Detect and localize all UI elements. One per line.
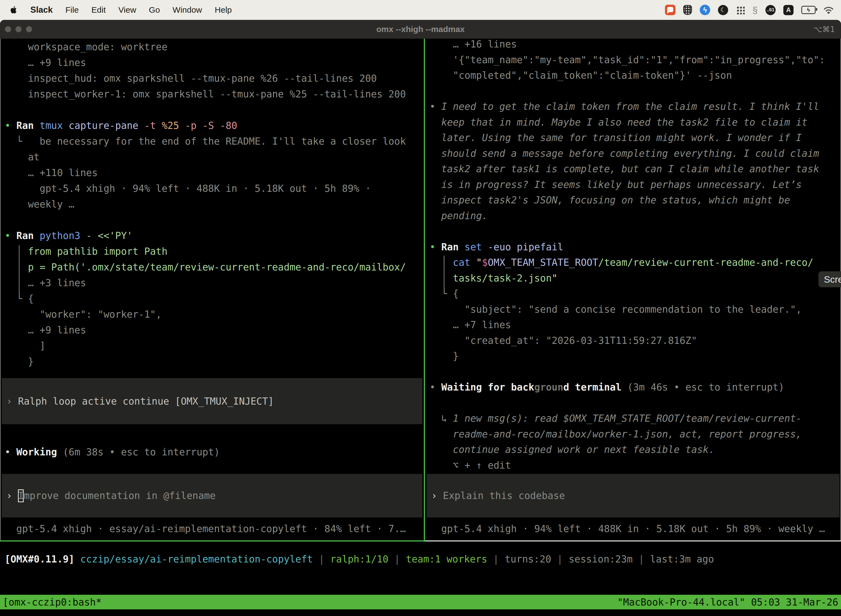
pane-border-bottom-active <box>0 540 425 541</box>
terminal-row: … +3 lines <box>5 277 424 293</box>
pane-divider[interactable] <box>424 39 425 540</box>
terminal-row: • Ran tmux capture-pane -t %25 -p -S -80 <box>5 120 424 136</box>
squiggle-icon[interactable]: § <box>752 5 757 15</box>
menu-item-file[interactable]: File <box>65 5 79 15</box>
model-status-line-right: gpt-5.4 xhigh · 94% left · 488K in · 5.1… <box>441 523 825 534</box>
traffic-lights <box>0 26 32 32</box>
active-app-name[interactable]: Slack <box>30 5 53 15</box>
prompt-chevron: › <box>6 490 18 501</box>
terminal-row: • I need to get the claim token from the… <box>429 101 841 117</box>
window-title-bar[interactable]: omx --xhigh --madmax ⌥⌘1 <box>0 20 841 39</box>
terminal-row: inspect task2's JSON, focusing on the st… <box>429 195 841 210</box>
pane-border-bottom-inactive <box>425 540 841 541</box>
terminal-row: "completed","claim_token":"claim-token"}… <box>429 70 841 85</box>
close-button[interactable] <box>5 26 11 32</box>
zoom-button[interactable] <box>26 26 32 32</box>
pane-worker-scrollback: … +16 lines '{"team_name":"my-team","tas… <box>425 39 841 475</box>
terminal-row: • Ran set -euo pipefail <box>429 242 841 257</box>
terminal-row: task2 after task1 is complete, but can I… <box>429 163 841 179</box>
terminal-row: ↳ 1 new msg(s): read $OMX_TEAM_STATE_ROO… <box>429 413 841 428</box>
tool-call-connector-line <box>444 255 444 288</box>
menu-bar-status-icons: ϟ ☾ § ..61 A ϟ <box>665 5 841 15</box>
pane-border-left <box>0 39 0 540</box>
pane-worker-1[interactable]: … +16 lines '{"team_name":"my-team","tas… <box>425 39 841 540</box>
apple-menu-icon[interactable] <box>10 6 18 14</box>
tool-call-connector-line <box>19 245 20 293</box>
tmux-status-bar: [omx-cczip0:bash* "MacBook-Pro-44.local"… <box>0 595 841 609</box>
menu-bar-left: Slack FileEditViewGoWindowHelp <box>0 5 232 15</box>
terminal-row <box>429 226 841 242</box>
terminal-row: should send a message before completing … <box>429 148 841 164</box>
chat-app-icon[interactable] <box>665 5 675 15</box>
messenger-icon[interactable]: ϟ <box>700 5 710 15</box>
terminal-row: later. Using the same for transition mig… <box>429 132 841 148</box>
terminal-row: └ be necessary for the end of the README… <box>5 136 424 151</box>
terminal-row: … +9 lines <box>5 57 424 73</box>
dots-grid-icon[interactable] <box>736 6 745 14</box>
terminal-row <box>5 104 424 120</box>
terminal-row: tasks/task-2.json" <box>429 273 841 288</box>
window-shortcut-badge: ⌥⌘1 <box>813 25 835 34</box>
prompt-chevron: › <box>431 490 443 501</box>
moon-circle-icon[interactable]: ☾ <box>718 5 728 15</box>
terminal-window: omx --xhigh --madmax ⌥⌘1 workspace_mode:… <box>0 20 841 616</box>
input-placeholder: Explain this codebase <box>443 490 565 501</box>
count-badge-icon[interactable]: ..61 <box>765 5 776 15</box>
menu-item-window[interactable]: Window <box>173 5 202 15</box>
terminal-row: } <box>429 351 841 366</box>
terminal-row: from pathlib import Path <box>5 246 424 262</box>
terminal-row: cat "$OMX_TEAM_STATE_ROOT/team/review-cu… <box>429 257 841 273</box>
menu-item-go[interactable]: Go <box>149 5 160 15</box>
terminal-row: is in progress? It seems likely but perh… <box>429 179 841 195</box>
tmux-host-clock: "MacBook-Pro-44.local" 05:03 31-Mar-26 <box>617 597 838 608</box>
terminal-row <box>429 85 841 101</box>
terminal-row: └ { <box>429 288 841 304</box>
working-status-line: • Working (6m 38s • esc to interrupt) <box>5 447 220 458</box>
terminal-row: ⌥ + ↑ edit <box>429 460 841 475</box>
menu-item-view[interactable]: View <box>119 5 136 15</box>
terminal-row: weekly … <box>5 199 424 214</box>
ralph-loop-banner: › Ralph loop active continue [OMX_TMUX_I… <box>1 378 422 424</box>
prompt-input-left[interactable]: › Improve documentation in @filename <box>1 474 422 518</box>
terminal-row: } <box>5 356 424 372</box>
terminal-row <box>429 397 841 413</box>
menu-items: FileEditViewGoWindowHelp <box>65 5 232 15</box>
prompt-input-right[interactable]: › Explain this codebase <box>426 474 840 518</box>
menu-item-help[interactable]: Help <box>215 5 232 15</box>
terminal-row: … +110 lines <box>5 167 424 183</box>
terminal-row: pending. <box>429 210 841 226</box>
tmux-session-window: [omx-cczip0:bash* <box>3 597 101 608</box>
terminal-row: • Waiting for background terminal (3m 46… <box>429 382 841 397</box>
wifi-icon[interactable] <box>823 6 834 14</box>
terminal-row: at <box>5 151 424 167</box>
terminal-row: "created_at": "2026-03-31T11:59:27.816Z" <box>429 335 841 351</box>
input-placeholder: mprove documentation in @filename <box>24 490 215 501</box>
terminal-row: … +16 lines <box>429 39 841 54</box>
terminal-row: └ { <box>5 293 424 309</box>
pane-hud-scrollback: workspace_mode: worktree … +9 lines insp… <box>0 41 424 372</box>
terminal-row: workspace_mode: worktree <box>5 41 424 57</box>
window-title: omx --xhigh --madmax <box>0 25 841 34</box>
terminal-row: inspect_hud: omx sparkshell --tmux-pane … <box>5 73 424 89</box>
screen-overlay-tooltip: Scre <box>818 271 841 287</box>
terminal-row: … +9 lines <box>5 324 424 340</box>
terminal-row <box>5 214 424 230</box>
menu-bar: Slack FileEditViewGoWindowHelp ϟ ☾ § ..6… <box>0 0 841 20</box>
terminal-row: '{"team_name":"my-team","task_id":"1","f… <box>429 54 841 70</box>
desktop: { "menu_bar": { "app_name": "Slack", "it… <box>0 0 841 616</box>
terminal-row: readme-and-reco/mailbox/worker-1.json, a… <box>429 428 841 444</box>
text-cursor: I <box>18 489 24 502</box>
pane-hud[interactable]: workspace_mode: worktree … +9 lines insp… <box>0 39 424 540</box>
shield-grid-icon[interactable] <box>683 5 692 15</box>
omx-hud-status-line: [OMX#0.11.9] cczip/essay/ai-reimplementa… <box>5 554 714 565</box>
terminal-row <box>429 366 841 382</box>
terminal-row: continue assigned work or next feasible … <box>429 444 841 460</box>
menu-item-edit[interactable]: Edit <box>91 5 105 15</box>
terminal-row: ] <box>5 340 424 356</box>
terminal-content: workspace_mode: worktree … +9 lines insp… <box>0 39 841 616</box>
minimize-button[interactable] <box>15 26 22 32</box>
keyboard-a-icon[interactable]: A <box>783 5 794 15</box>
terminal-row: "worker": "worker-1", <box>5 309 424 324</box>
battery-icon[interactable]: ϟ <box>801 6 816 14</box>
model-status-line-left: gpt-5.4 xhigh · essay/ai-reimplementatio… <box>16 523 406 534</box>
